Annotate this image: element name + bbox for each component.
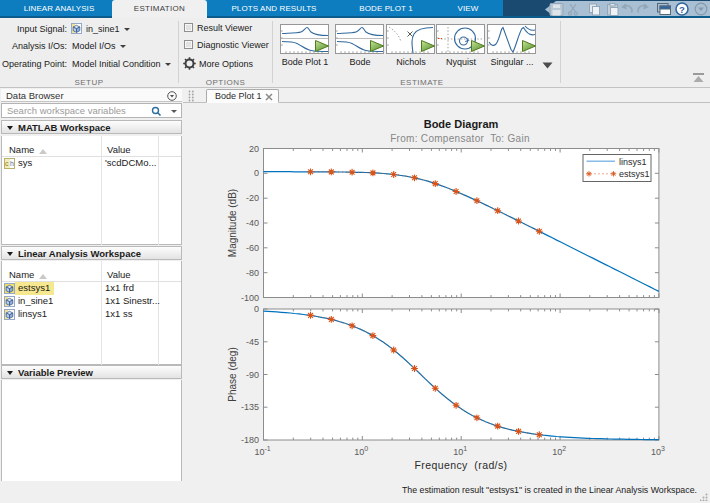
svg-text:0: 0 <box>254 168 259 178</box>
svg-text:-40: -40 <box>246 218 259 228</box>
svg-text:-90: -90 <box>246 370 259 380</box>
svg-text:Magnitude (dB): Magnitude (dB) <box>227 189 238 257</box>
svg-text:c: c <box>5 160 9 167</box>
svg-text:From: Compensator To: Gain: From: Compensator To: Gain <box>390 133 530 144</box>
svg-text:?: ? <box>679 4 685 15</box>
svg-text:-80: -80 <box>246 268 259 278</box>
svg-text:0: 0 <box>254 304 259 314</box>
svg-text:Phase (deg): Phase (deg) <box>227 347 238 401</box>
svg-text:-20: -20 <box>246 193 259 203</box>
svg-text:-45: -45 <box>246 337 259 347</box>
svg-text:Bode Diagram: Bode Diagram <box>424 118 499 130</box>
svg-text:linsys1: linsys1 <box>619 157 647 167</box>
svg-text:h: h <box>10 160 14 167</box>
svg-text:-135: -135 <box>241 402 259 412</box>
svg-text:-60: -60 <box>246 243 259 253</box>
svg-text:estsys1: estsys1 <box>619 169 650 179</box>
svg-text:Frequency (rad/s): Frequency (rad/s) <box>415 459 508 471</box>
svg-text:20: 20 <box>249 144 259 154</box>
svg-text:-180: -180 <box>241 435 259 445</box>
svg-text:-100: -100 <box>241 293 259 303</box>
